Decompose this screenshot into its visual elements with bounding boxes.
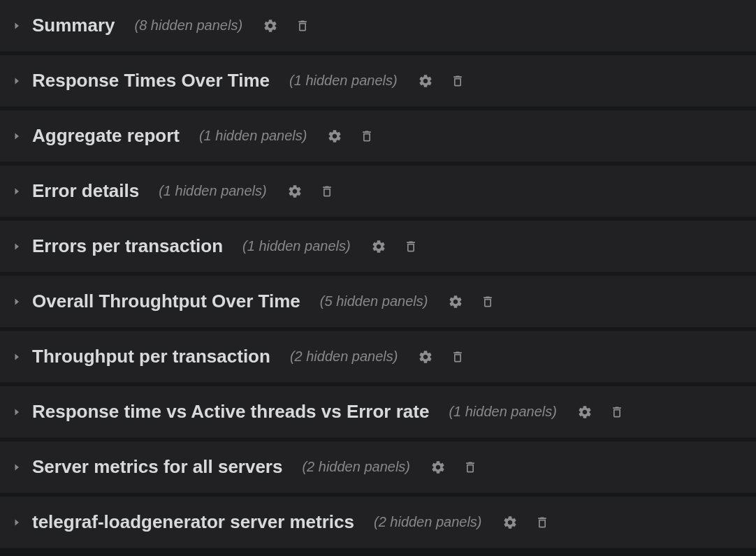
- trash-icon: [296, 18, 310, 34]
- trash-icon: [404, 239, 418, 254]
- dashboard-row: Errors per transaction (1 hidden panels): [0, 221, 756, 272]
- delete-button[interactable]: [402, 238, 419, 255]
- svg-marker-0: [15, 22, 20, 29]
- hidden-panels-label: (1 hidden panels): [449, 404, 557, 420]
- svg-marker-8: [15, 464, 20, 470]
- row-title[interactable]: Response Times Over Time: [32, 70, 270, 92]
- gear-icon: [327, 129, 342, 144]
- row-title[interactable]: Summary: [32, 15, 115, 36]
- settings-button[interactable]: [430, 459, 446, 476]
- row-actions: [417, 349, 466, 365]
- settings-button[interactable]: [447, 293, 464, 310]
- settings-button[interactable]: [417, 73, 434, 89]
- expand-toggle[interactable]: [10, 129, 24, 143]
- delete-button[interactable]: [294, 17, 311, 34]
- row-actions: [502, 514, 551, 531]
- delete-button[interactable]: [319, 183, 335, 200]
- trash-icon: [320, 184, 334, 199]
- delete-button[interactable]: [479, 293, 496, 310]
- expand-toggle[interactable]: [10, 515, 24, 529]
- settings-button[interactable]: [286, 183, 303, 200]
- chevron-right-icon: [13, 78, 20, 85]
- chevron-right-icon: [13, 133, 20, 140]
- settings-button[interactable]: [262, 17, 279, 34]
- hidden-panels-label: (1 hidden panels): [289, 73, 398, 89]
- row-actions: [370, 238, 419, 255]
- settings-button[interactable]: [502, 514, 518, 531]
- hidden-panels-label: (8 hidden panels): [135, 17, 243, 34]
- row-title[interactable]: Error details: [32, 180, 139, 202]
- expand-toggle[interactable]: [10, 184, 24, 198]
- delete-button[interactable]: [449, 73, 466, 89]
- expand-toggle[interactable]: [10, 240, 24, 254]
- svg-marker-5: [15, 298, 20, 305]
- gear-icon: [430, 460, 446, 475]
- delete-button[interactable]: [609, 404, 625, 420]
- hidden-panels-label: (5 hidden panels): [320, 293, 428, 309]
- dashboard-row: Server metrics for all servers (2 hidden…: [0, 441, 756, 493]
- dashboard-row: Response Times Over Time (1 hidden panel…: [0, 55, 756, 107]
- svg-marker-3: [15, 188, 20, 194]
- gear-icon: [577, 404, 593, 420]
- row-title[interactable]: Server metrics for all servers: [32, 456, 282, 478]
- row-title[interactable]: Response time vs Active threads vs Error…: [32, 401, 429, 423]
- row-actions: [417, 73, 466, 89]
- settings-button[interactable]: [417, 349, 434, 365]
- row-title[interactable]: Aggregate report: [32, 125, 180, 147]
- dashboard-row: Overall Throughtput Over Time (5 hidden …: [0, 276, 756, 328]
- delete-button[interactable]: [358, 128, 375, 145]
- delete-button[interactable]: [462, 459, 479, 476]
- gear-icon: [418, 73, 433, 89]
- dashboard-row: Aggregate report (1 hidden panels): [0, 110, 756, 162]
- expand-toggle[interactable]: [10, 350, 24, 364]
- gear-icon: [448, 294, 463, 309]
- svg-marker-1: [15, 78, 20, 84]
- row-actions: [286, 183, 335, 200]
- hidden-panels-label: (1 hidden panels): [159, 183, 267, 199]
- chevron-right-icon: [13, 298, 20, 305]
- gear-icon: [502, 515, 518, 530]
- row-title[interactable]: telegraf-loadgenerator server metrics: [32, 511, 354, 533]
- chevron-right-icon: [13, 353, 20, 360]
- svg-marker-9: [15, 519, 20, 525]
- dashboard-row: Summary (8 hidden panels): [0, 0, 756, 52]
- delete-button[interactable]: [449, 349, 466, 365]
- expand-toggle[interactable]: [10, 295, 24, 309]
- hidden-panels-label: (1 hidden panels): [242, 238, 351, 254]
- settings-button[interactable]: [326, 128, 343, 145]
- chevron-right-icon: [13, 464, 20, 471]
- settings-button[interactable]: [370, 238, 387, 255]
- row-actions: [430, 459, 479, 476]
- gear-icon: [418, 349, 433, 365]
- hidden-panels-label: (2 hidden panels): [290, 349, 398, 365]
- svg-marker-7: [15, 409, 20, 415]
- expand-toggle[interactable]: [10, 19, 24, 33]
- dashboard-row: Error details (1 hidden panels): [0, 166, 756, 217]
- row-actions: [576, 404, 625, 420]
- trash-icon: [360, 129, 374, 144]
- hidden-panels-label: (2 hidden panels): [302, 459, 410, 475]
- chevron-right-icon: [13, 243, 20, 250]
- dashboard-rows-container: Summary (8 hidden panels) Response Times…: [0, 0, 756, 552]
- row-actions: [326, 128, 375, 145]
- hidden-panels-label: (1 hidden panels): [199, 128, 307, 144]
- row-actions: [262, 17, 311, 34]
- gear-icon: [263, 18, 278, 34]
- gear-icon: [371, 239, 386, 254]
- settings-button[interactable]: [576, 404, 593, 420]
- gear-icon: [287, 184, 303, 199]
- expand-toggle[interactable]: [10, 460, 24, 474]
- svg-marker-6: [15, 353, 20, 360]
- dashboard-row: Throughput per transaction (2 hidden pan…: [0, 331, 756, 383]
- chevron-right-icon: [13, 188, 20, 195]
- trash-icon: [463, 460, 477, 475]
- svg-marker-4: [15, 243, 20, 249]
- row-title[interactable]: Overall Throughtput Over Time: [32, 291, 300, 312]
- trash-icon: [610, 404, 624, 420]
- chevron-right-icon: [13, 519, 20, 526]
- expand-toggle[interactable]: [10, 405, 24, 419]
- delete-button[interactable]: [534, 514, 551, 531]
- expand-toggle[interactable]: [10, 74, 24, 88]
- row-title[interactable]: Errors per transaction: [32, 235, 223, 257]
- row-title[interactable]: Throughput per transaction: [32, 346, 270, 367]
